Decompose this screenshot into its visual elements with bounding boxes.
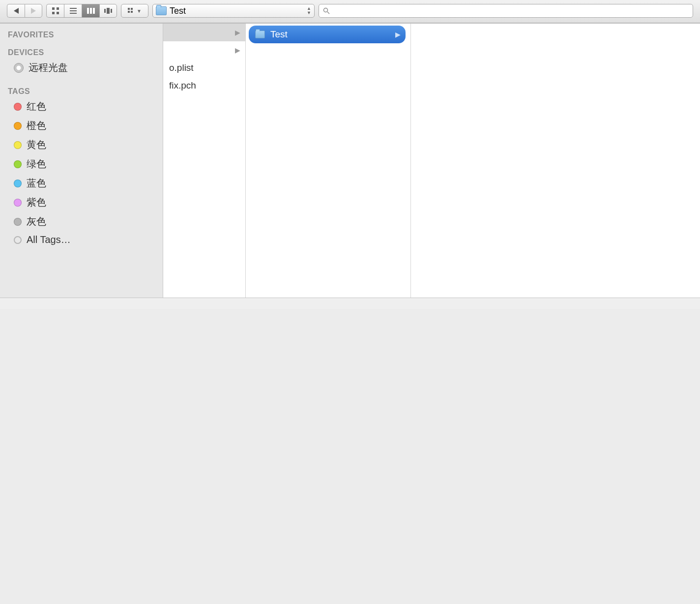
tag-dot-icon [14,160,22,168]
search-icon [323,7,330,14]
tag-dot-icon [14,218,22,226]
tag-label: 紫色 [27,196,46,209]
svg-marker-0 [14,8,19,14]
sidebar-tag-item[interactable]: 紫色 [0,193,163,212]
tag-label: 黄色 [27,138,46,151]
list-item[interactable]: ▶ [163,41,245,59]
toolbar: ▼ Test ▲▼ [0,0,700,23]
column-1: ▶ ▶ o.plist fix.pch [163,24,246,298]
sidebar-tag-item[interactable]: 红色 [0,97,163,116]
chevron-right-icon: ▶ [395,30,401,38]
sidebar-item-remote-disc[interactable]: 远程光盘 [0,58,163,77]
all-tags-icon [14,236,22,244]
tag-dot-icon [14,122,22,130]
svg-rect-4 [52,12,55,14]
svg-rect-6 [70,8,77,9]
tag-dot-icon [14,103,22,111]
sidebar: FAVORITES DEVICES 远程光盘 TAGS 红色橙色黄色绿色蓝色紫色… [0,24,163,298]
icon-view-button[interactable] [46,4,64,18]
chevron-right-icon: ▶ [235,29,240,36]
svg-line-20 [327,12,329,14]
back-button[interactable] [7,4,25,18]
triangle-right-icon [31,8,36,14]
svg-rect-5 [57,12,59,14]
list-item[interactable]: o.plist [163,59,245,77]
tag-label: 红色 [27,100,46,113]
device-label: 远程光盘 [29,61,68,74]
sidebar-tag-item[interactable]: 灰色 [0,212,163,231]
tag-label: 橙色 [27,119,46,132]
disc-icon [14,63,24,73]
nav-buttons [7,4,42,18]
svg-rect-13 [107,8,110,14]
list-item[interactable]: ▶ [163,24,245,41]
column-view-button[interactable] [82,4,99,18]
folder-name: Test [270,29,288,40]
updown-icon: ▲▼ [307,6,311,15]
view-mode-buttons [46,4,117,18]
svg-rect-11 [93,8,95,14]
chevron-right-icon: ▶ [235,46,240,54]
svg-marker-1 [31,8,36,14]
svg-rect-16 [131,8,133,10]
list-icon [70,8,77,14]
svg-rect-18 [131,11,133,13]
path-dropdown[interactable]: Test ▲▼ [152,4,315,18]
sidebar-tag-item[interactable]: 橙色 [0,116,163,135]
svg-rect-3 [57,7,59,10]
svg-rect-14 [111,9,112,13]
svg-rect-10 [90,8,92,14]
tag-label: 蓝色 [27,177,46,190]
triangle-left-icon [14,8,19,14]
tag-label: 灰色 [27,215,46,228]
svg-rect-9 [87,8,89,14]
svg-rect-8 [70,13,77,14]
coverflow-icon [104,8,112,14]
tag-dot-icon [14,199,22,207]
file-browser: FAVORITES DEVICES 远程光盘 TAGS 红色橙色黄色绿色蓝色紫色… [0,23,700,298]
list-item[interactable]: fix.pch [163,77,245,94]
sidebar-tag-item[interactable]: 黄色 [0,135,163,154]
arrange-button[interactable]: ▼ [121,4,148,18]
list-item-selected[interactable]: Test ▶ [249,26,406,43]
folder-icon [156,6,167,15]
svg-rect-12 [104,9,106,13]
grid-small-icon [128,8,135,14]
tag-label: 绿色 [27,157,46,171]
svg-rect-7 [70,10,77,11]
sidebar-tag-item[interactable]: 蓝色 [0,174,163,193]
search-input[interactable] [319,4,693,18]
chevron-down-icon: ▼ [137,8,142,14]
forward-button[interactable] [25,4,42,18]
path-label: Test [170,6,186,16]
favorites-header: FAVORITES [0,28,163,40]
grid-icon [52,7,59,14]
devices-header: DEVICES [0,45,163,58]
sidebar-item-all-tags[interactable]: All Tags… [0,231,163,248]
options-panel: Ca Previous Finish Group Test ▲▼ Targets… [0,298,700,309]
folder-icon [255,30,265,38]
all-tags-label: All Tags… [27,234,71,245]
coverflow-view-button[interactable] [99,4,117,18]
column-3 [411,24,700,298]
svg-point-19 [324,8,328,12]
svg-rect-15 [128,8,130,10]
svg-rect-2 [52,7,55,10]
tag-dot-icon [14,180,22,187]
tag-dot-icon [14,141,22,149]
sidebar-tag-item[interactable]: 绿色 [0,154,163,174]
svg-rect-17 [128,11,130,13]
tags-header: TAGS [0,84,163,97]
columns-icon [87,8,95,14]
column-2: Test ▶ [246,24,411,298]
list-view-button[interactable] [64,4,82,18]
